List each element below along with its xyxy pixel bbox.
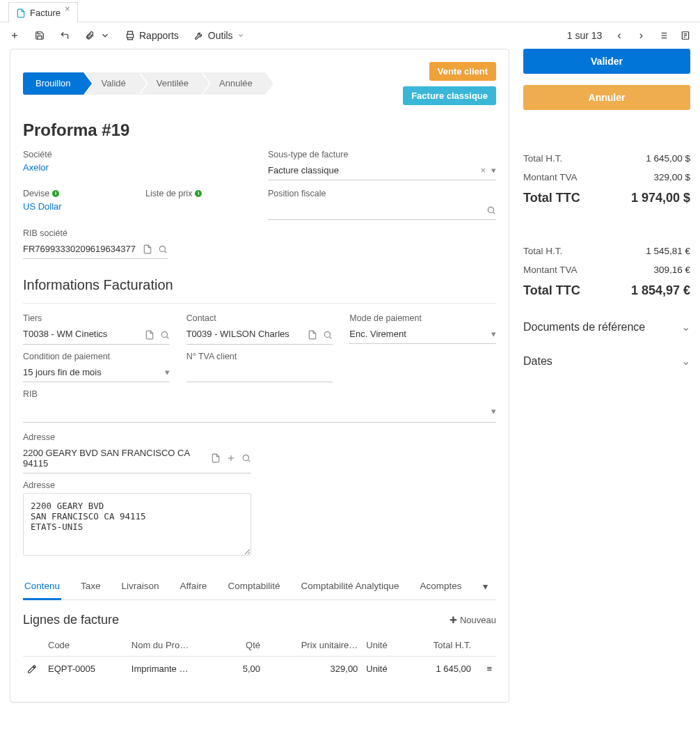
svg-line-18 (166, 336, 168, 338)
file-icon[interactable] (145, 329, 154, 340)
chevron-down-icon[interactable]: ▾ (491, 329, 496, 339)
search-icon[interactable] (486, 204, 496, 215)
col-name[interactable]: Nom du Pro… (127, 634, 225, 657)
svg-line-24 (248, 460, 250, 462)
company-rib-value: FR76993330209619634377 (23, 244, 136, 254)
file-icon[interactable] (143, 244, 152, 255)
contact-field[interactable]: T0039 - WILSON Charles (186, 326, 333, 345)
info-icon[interactable]: i (195, 190, 202, 197)
search-icon[interactable] (158, 244, 168, 255)
chevron-down-icon[interactable]: ▾ (165, 367, 170, 377)
cancel-button[interactable]: Annuler (523, 85, 690, 110)
col-qty[interactable]: Qté (225, 634, 264, 657)
file-icon[interactable] (308, 329, 317, 340)
tab-compta[interactable]: Comptabilité (226, 574, 281, 599)
close-icon[interactable]: × (65, 3, 70, 14)
chevron-down-icon: ⌄ (681, 354, 690, 368)
pager-next[interactable]: › (637, 29, 646, 42)
payment-cond-select[interactable]: 15 jours fin de mois ▾ (23, 364, 170, 382)
dates-label: Dates (523, 355, 552, 368)
attach-button[interactable] (85, 31, 95, 40)
total-ttc-value: 1 974,00 $ (631, 191, 690, 205)
svg-line-20 (330, 336, 332, 338)
col-unit[interactable]: Unité (362, 634, 406, 657)
tools-button[interactable]: Outils (194, 30, 244, 41)
search-icon[interactable] (241, 453, 251, 464)
currency-link[interactable]: US Dollar (23, 201, 62, 212)
menu-icon[interactable]: ≡ (486, 664, 492, 674)
tab-affaire[interactable]: Affaire (179, 574, 209, 599)
contact-label: Contact (186, 313, 333, 323)
svg-line-16 (165, 251, 167, 253)
vat-input[interactable] (186, 364, 333, 382)
address-textarea[interactable]: 2200 GEARY BVD SAN FRANCISCO CA 94115 ET… (23, 493, 251, 556)
payment-cond-value: 15 jours fin de mois (23, 367, 102, 377)
fiscal-position-select[interactable] (268, 201, 496, 220)
new-line-button[interactable]: ✚ Nouveau (450, 615, 496, 625)
search-icon[interactable] (160, 329, 170, 340)
chevron-down-icon[interactable]: ▾ (491, 165, 496, 175)
total-ttc-eur-label: Total TTC (523, 283, 580, 298)
ref-docs-collapse[interactable]: Documents de référence ⌄ (523, 313, 690, 340)
payment-mode-value: Enc. Virement (349, 329, 406, 339)
step-brouillon[interactable]: Brouillon (23, 72, 83, 95)
attach-dropdown[interactable] (100, 31, 110, 40)
clear-icon[interactable]: × (480, 165, 486, 175)
badge-invoice-type: Facture classique (403, 86, 496, 105)
totals-usd: Total H.T.1 645,00 $ Montant TVA329,00 $… (523, 149, 690, 210)
tab-title: Facture (30, 8, 61, 18)
dates-collapse[interactable]: Dates ⌄ (523, 347, 690, 375)
pager-prev[interactable]: ‹ (614, 29, 623, 42)
validate-button[interactable]: Valider (523, 49, 690, 74)
payment-mode-select[interactable]: Enc. Virement ▾ (349, 326, 496, 344)
svg-rect-2 (127, 34, 133, 38)
address-label: Adresse (23, 432, 251, 442)
company-link[interactable]: Axelor (23, 162, 49, 173)
total-tva-label: Montant TVA (523, 172, 578, 182)
form-view-button[interactable] (681, 31, 690, 40)
reports-button[interactable]: Rapports (125, 30, 179, 41)
subtype-select[interactable]: Facture classique × ▾ (268, 162, 496, 180)
undo-button[interactable] (60, 31, 70, 40)
edit-icon[interactable] (27, 664, 37, 674)
col-total-ht[interactable]: Total H.T. (406, 634, 475, 657)
ref-docs-label: Documents de référence (523, 321, 645, 334)
toolbar: Rapports Outils 1 sur 13 ‹ › (0, 22, 700, 49)
tab-more[interactable]: ▾ (482, 574, 489, 599)
vat-label: N° TVA client (186, 352, 333, 361)
tab-acomptes[interactable]: Acomptes (419, 574, 463, 599)
address-field[interactable]: 2200 GEARY BVD SAN FRANCISCO CA 94115 (23, 445, 251, 473)
total-ht-label: Total H.T. (523, 153, 562, 164)
col-code[interactable]: Code (44, 634, 127, 657)
payment-mode-label: Mode de paiement (349, 313, 496, 323)
list-view-button[interactable] (658, 31, 668, 40)
total-tva-eur-label: Montant TVA (523, 265, 578, 275)
svg-line-14 (493, 212, 495, 214)
subtype-label: Sous-type de facture (268, 150, 496, 159)
company-rib-field[interactable]: FR76993330209619634377 (23, 241, 168, 260)
badge-sale-type: Vente client (429, 62, 496, 81)
tab-contenu[interactable]: Contenu (23, 574, 61, 600)
info-icon[interactable]: i (52, 190, 59, 197)
partner-field[interactable]: T0038 - WM Cinetics (23, 326, 170, 345)
pricelist-label: Liste de prix i (145, 189, 251, 198)
rib-select[interactable]: ▾ (23, 402, 496, 423)
new-button[interactable] (10, 31, 19, 40)
address-inline: 2200 GEARY BVD SAN FRANCISCO CA 94115 (23, 448, 211, 469)
tab-facture[interactable]: Facture × (8, 2, 78, 22)
tab-livraison[interactable]: Livraison (120, 574, 161, 599)
search-icon[interactable] (323, 329, 333, 340)
col-unit-price[interactable]: Prix unitaire… (264, 634, 362, 657)
plus-icon[interactable] (226, 453, 236, 464)
chevron-down-icon[interactable]: ▾ (491, 406, 496, 416)
table-row[interactable]: EQPT-0005 Imprimante … 5,00 329,00 Unité… (23, 656, 496, 681)
cell-unit-price: 329,00 (264, 656, 362, 681)
billing-section-title: Informations Facturation (23, 277, 496, 293)
tab-taxe[interactable]: Taxe (79, 574, 102, 599)
tab-compta-analytique[interactable]: Comptabilité Analytique (299, 574, 400, 599)
file-icon[interactable] (211, 453, 221, 464)
divider (23, 303, 496, 304)
save-button[interactable] (35, 31, 45, 40)
cell-code: EQPT-0005 (44, 656, 127, 681)
chevron-down-icon: ⌄ (681, 320, 690, 334)
